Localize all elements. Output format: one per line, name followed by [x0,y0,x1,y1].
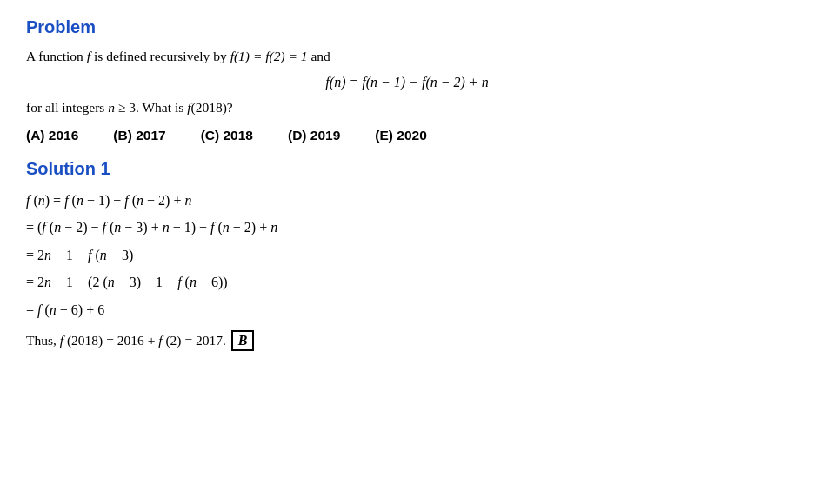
choice-b: (B) 2017 [113,128,165,143]
function-f: f [87,49,90,63]
thus-conclusion: Thus, f (2018) = 2016 + f (2) = 2017. B [26,330,788,351]
step-4: = 2n − 1 − (2 (n − 3) − 1 − f (n − 6)) [26,269,788,295]
step-1: f (n) = f (n − 1) − f (n − 2) + n [26,188,788,214]
solution-section: Solution 1 f (n) = f (n − 1) − f (n − 2)… [26,159,788,351]
problem-condition: for all integers n ≥ 3. What is f(2018)? [26,97,788,119]
choice-e: (E) 2020 [375,128,426,143]
boxed-answer: B [231,330,255,351]
problem-title: Problem [26,17,788,37]
answer-choices: (A) 2016 (B) 2017 (C) 2018 (D) 2019 (E) … [26,128,788,143]
base-cases: f(1) = f(2) = 1 [230,49,308,63]
choice-a: (A) 2016 [26,128,78,143]
solution-steps: f (n) = f (n − 1) − f (n − 2) + n = (f (… [26,188,788,323]
step-2: = (f (n − 2) − f (n − 3) + n − 1) − f (n… [26,215,788,241]
step-5: = f (n − 6) + 6 [26,297,788,323]
problem-section: Problem A function f is defined recursiv… [26,17,788,143]
problem-intro: A function f is defined recursively by f… [26,46,788,68]
solution-title: Solution 1 [26,159,788,179]
step-3: = 2n − 1 − f (n − 3) [26,242,788,269]
recurrence-equation: f(n) = f(n − 1) − f(n − 2) + n [26,75,788,90]
choice-d: (D) 2019 [288,128,340,143]
choice-c: (C) 2018 [201,128,253,143]
